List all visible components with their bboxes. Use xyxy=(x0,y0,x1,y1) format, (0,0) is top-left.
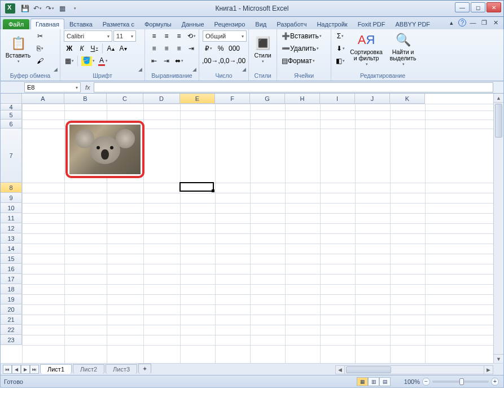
column-header-J[interactable]: J xyxy=(355,94,390,104)
select-all-corner[interactable] xyxy=(1,94,22,104)
save-icon[interactable]: 💾 xyxy=(20,3,30,14)
bold-button[interactable]: Ж xyxy=(64,43,75,54)
scroll-right-icon[interactable]: ▶ xyxy=(484,366,493,374)
number-launcher-icon[interactable]: ◢ xyxy=(240,66,247,73)
doc-close-icon[interactable]: ✕ xyxy=(491,18,500,27)
next-sheet-icon[interactable]: ▶ xyxy=(21,365,30,374)
normal-view-icon[interactable]: ▦ xyxy=(357,377,368,386)
decrease-font-icon[interactable]: A▾ xyxy=(117,43,129,54)
row-header-23[interactable]: 23 xyxy=(1,335,22,345)
formula-input[interactable] xyxy=(94,82,493,92)
align-top-icon[interactable]: ≡ xyxy=(148,30,160,42)
tab-foxit[interactable]: Foxit PDF xyxy=(353,19,391,29)
row-header-21[interactable]: 21 xyxy=(1,315,22,325)
tab-review[interactable]: Рецензиро xyxy=(209,19,251,29)
delete-cells-button[interactable]: ➖ Удалить▾ xyxy=(281,43,320,54)
scroll-up-icon[interactable]: ▲ xyxy=(494,94,503,103)
redo-icon[interactable]: ↷▾ xyxy=(45,3,55,14)
tab-developer[interactable]: Разработч xyxy=(271,19,312,29)
orientation-icon[interactable]: ⟲▾ xyxy=(186,30,197,42)
column-header-F[interactable]: F xyxy=(215,94,250,104)
row-header-20[interactable]: 20 xyxy=(1,304,22,315)
close-button[interactable]: ✕ xyxy=(487,2,501,12)
first-sheet-icon[interactable]: ⏮ xyxy=(3,365,12,374)
tab-abbyy[interactable]: ABBYY PDF xyxy=(391,19,436,29)
font-name-combo[interactable]: Calibri▾ xyxy=(64,30,112,42)
zoom-level[interactable]: 100% xyxy=(404,378,420,385)
italic-button[interactable]: К xyxy=(76,43,87,54)
increase-font-icon[interactable]: A▴ xyxy=(105,43,116,54)
paste-button[interactable]: 📋 Вставить ▾ xyxy=(4,30,32,68)
column-header-I[interactable]: I xyxy=(320,94,355,104)
embedded-image[interactable] xyxy=(69,125,141,174)
alignment-launcher-icon[interactable]: ◢ xyxy=(191,66,198,73)
vertical-scrollbar[interactable]: ▲ ▼ xyxy=(493,94,503,363)
row-header-5[interactable]: 5 xyxy=(1,110,22,120)
row-header-17[interactable]: 17 xyxy=(1,274,22,284)
sort-filter-button[interactable]: АЯ Сортировка и фильтр▾ xyxy=(348,30,384,68)
column-header-E[interactable]: E xyxy=(180,94,215,104)
minimize-ribbon-icon[interactable]: ▴ xyxy=(447,18,456,27)
scroll-down-icon[interactable]: ▼ xyxy=(494,354,503,363)
column-header-C[interactable]: C xyxy=(107,94,143,104)
row-header-22[interactable]: 22 xyxy=(1,325,22,335)
increase-indent-icon[interactable]: ⇥ xyxy=(161,55,172,67)
column-header-A[interactable]: A xyxy=(22,94,64,104)
tab-formulas[interactable]: Формулы xyxy=(139,19,177,29)
sheet-tab-1[interactable]: Лист1 xyxy=(40,364,72,374)
minimize-button[interactable]: — xyxy=(455,2,470,12)
zoom-slider[interactable] xyxy=(432,381,489,383)
row-header-11[interactable]: 11 xyxy=(1,213,22,223)
clipboard-launcher-icon[interactable]: ◢ xyxy=(52,66,59,73)
doc-minimize-icon[interactable]: — xyxy=(468,18,477,27)
quickprint-icon[interactable]: ▦ xyxy=(57,3,67,14)
tab-pagelayout[interactable]: Разметка с xyxy=(98,19,139,29)
row-header-10[interactable]: 10 xyxy=(1,203,22,213)
clear-icon[interactable]: ◧▾ xyxy=(335,55,346,67)
row-header-9[interactable]: 9 xyxy=(1,193,22,203)
column-header-B[interactable]: B xyxy=(64,94,107,104)
row-header-13[interactable]: 13 xyxy=(1,233,22,244)
tab-home[interactable]: Главная xyxy=(30,19,64,29)
underline-button[interactable]: Ч▾ xyxy=(89,43,100,54)
horizontal-scrollbar[interactable]: ◀ ▶ xyxy=(335,365,493,374)
font-size-combo[interactable]: 11▾ xyxy=(113,30,136,42)
zoom-out-icon[interactable]: − xyxy=(422,378,430,386)
row-header-19[interactable]: 19 xyxy=(1,294,22,304)
tab-view[interactable]: Вид xyxy=(250,19,271,29)
format-painter-icon[interactable]: 🖌 xyxy=(34,55,46,67)
decrease-decimal-icon[interactable]: ,0→,00 xyxy=(225,55,246,67)
row-header-14[interactable]: 14 xyxy=(1,244,22,254)
undo-icon[interactable]: ↶▾ xyxy=(32,3,42,14)
column-header-D[interactable]: D xyxy=(143,94,180,104)
page-break-view-icon[interactable]: ▤ xyxy=(379,377,391,386)
align-left-icon[interactable]: ≡ xyxy=(148,43,160,54)
column-header-G[interactable]: G xyxy=(250,94,285,104)
row-header-7[interactable]: 7 xyxy=(1,129,22,183)
decrease-indent-icon[interactable]: ⇤ xyxy=(148,55,160,67)
fill-color-icon[interactable]: 🪣▾ xyxy=(80,55,96,67)
align-center-icon[interactable]: ≡ xyxy=(161,43,172,54)
fx-icon[interactable]: fx xyxy=(85,84,90,91)
copy-icon[interactable]: ⎘▾ xyxy=(34,43,46,54)
insert-cells-button[interactable]: ➕ Вставить▾ xyxy=(281,30,323,42)
fill-icon[interactable]: ⬇▾ xyxy=(335,43,346,54)
wrap-text-icon[interactable]: ⇥ xyxy=(186,43,197,54)
hscroll-thumb[interactable] xyxy=(346,366,391,373)
doc-restore-icon[interactable]: ❐ xyxy=(480,18,489,27)
tab-insert[interactable]: Вставка xyxy=(64,19,98,29)
worksheet-grid[interactable]: ABCDEFGHIJK 4567891011121314151617181920… xyxy=(0,94,504,363)
column-header-K[interactable]: K xyxy=(390,94,425,104)
cut-icon[interactable]: ✂ xyxy=(34,30,46,42)
last-sheet-icon[interactable]: ⏭ xyxy=(30,365,39,374)
maximize-button[interactable]: ◻ xyxy=(471,2,485,12)
align-right-icon[interactable]: ≡ xyxy=(173,43,185,54)
prev-sheet-icon[interactable]: ◀ xyxy=(12,365,21,374)
find-select-button[interactable]: 🔍 Найти и выделить▾ xyxy=(387,30,419,68)
row-header-15[interactable]: 15 xyxy=(1,254,22,264)
row-header-6[interactable]: 6 xyxy=(1,120,22,129)
autosum-icon[interactable]: Σ▾ xyxy=(335,30,346,42)
merge-center-icon[interactable]: ⬌▾ xyxy=(173,55,185,67)
comma-format-icon[interactable]: 000 xyxy=(227,43,241,54)
page-layout-view-icon[interactable]: ▥ xyxy=(368,377,379,386)
